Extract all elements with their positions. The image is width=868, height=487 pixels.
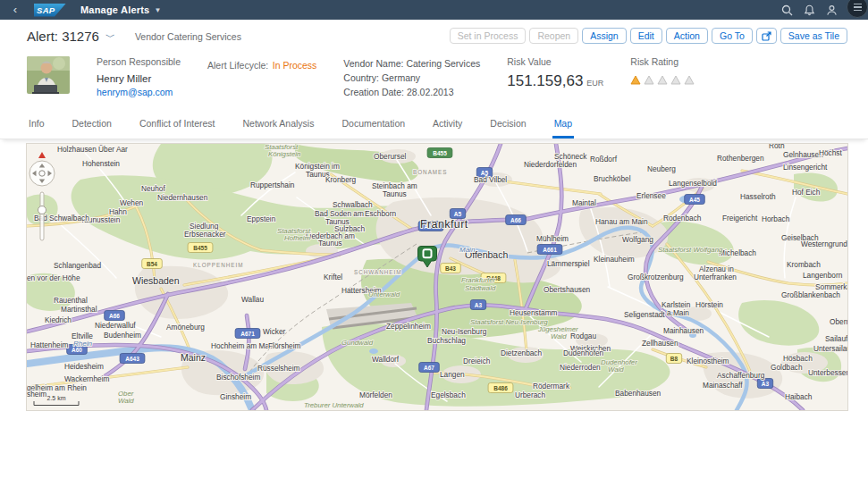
risk-value-label: Risk Value — [507, 56, 603, 67]
tab-info[interactable]: Info — [27, 112, 46, 139]
map-label: Bad Vilbel — [474, 175, 507, 184]
svg-text:B43: B43 — [445, 265, 456, 272]
map-label: Rüsselsheim — [257, 364, 300, 373]
map-label: Michelbach — [719, 248, 756, 257]
map-label: Rothenbergen — [717, 154, 764, 163]
map-label: Buchschlag — [427, 336, 466, 345]
tab-documentation[interactable]: Documentation — [340, 112, 407, 139]
map-label: Mainz — [181, 352, 206, 363]
map-label: Kleinauheim — [594, 255, 635, 264]
action-button[interactable]: Action — [666, 28, 708, 44]
map-label: Hasselroth — [740, 192, 776, 201]
go-to-button[interactable]: Go To — [712, 28, 753, 44]
tab-decision[interactable]: Decision — [488, 112, 527, 139]
map-label: Unterfranken — [694, 273, 737, 281]
map-label: Niederroden — [560, 363, 601, 372]
route-shield: A671 — [235, 329, 260, 339]
map-label: Ruppertshain — [250, 181, 295, 189]
map-label: Hochheim am Main — [211, 341, 275, 350]
lifecycle-label: Alert Lifecycle: — [207, 60, 268, 71]
bell-icon[interactable] — [804, 4, 815, 16]
map-label: Erlensee — [636, 191, 666, 200]
tab-network-analysis[interactable]: Network Analysis — [241, 112, 316, 139]
map-label: Dietzenbach — [501, 348, 543, 357]
map-label: Bruchköbel — [594, 174, 631, 183]
facet-risk-value: Risk Value 151.159,63EUR — [507, 56, 603, 90]
map-container: A5A5A3A3A66A66A45A661A648A67A60A671A643B… — [27, 144, 847, 410]
map-label: Linsengericht — [783, 163, 828, 172]
route-shield: A66 — [105, 311, 125, 321]
map-label: Mörfelden — [359, 390, 392, 399]
tab-map[interactable]: Map — [552, 112, 574, 139]
map-label: Wicker — [263, 327, 286, 336]
map-label: Zeppelinheim — [386, 322, 431, 331]
creation-date-value: 28.02.2013 — [407, 87, 454, 97]
app-title-caret-icon[interactable]: ▼ — [154, 6, 161, 14]
sap-logo[interactable]: SAP — [34, 4, 66, 17]
facet-person-responsible: Person Responsible Henry Miller henrym@s… — [97, 56, 181, 97]
edit-button[interactable]: Edit — [630, 28, 662, 44]
person-icon[interactable] — [826, 4, 838, 16]
map-label: Oberursel — [374, 152, 407, 161]
map-label: Hof Eich — [792, 188, 821, 197]
assign-button[interactable]: Assign — [582, 28, 627, 44]
map-label: Freigericht — [722, 214, 758, 223]
map-label: Bischofsheim — [216, 373, 260, 382]
map-label: Mainhausen — [663, 326, 704, 335]
map-label: Erbsenacker — [184, 230, 226, 239]
svg-text:A643: A643 — [125, 356, 139, 362]
route-shield: A45 — [685, 195, 705, 205]
user-avatar-menu[interactable] — [847, 0, 868, 18]
svg-text:A5: A5 — [454, 211, 462, 217]
title-expand-chevron-icon[interactable]: ﹀ — [105, 30, 115, 44]
shell-bar: ‹ SAP Manage Alerts ▼ — [0, 0, 868, 20]
save-as-tile-button[interactable]: Save as Tile — [780, 28, 847, 44]
map-label: Kronberg — [325, 175, 357, 184]
tab-detection[interactable]: Detection — [71, 112, 114, 139]
person-email-link[interactable]: henrym@sap.com — [97, 87, 181, 97]
map-label: Niederdorfelden — [524, 160, 577, 169]
map-label: Eschborn — [365, 209, 396, 218]
app-title[interactable]: Manage Alerts — [80, 4, 149, 15]
map-label: Horbach — [762, 214, 790, 223]
map-label: Staatsforst Neu-Isenburg — [470, 318, 548, 326]
share-button[interactable] — [756, 28, 777, 44]
map-label: Eppstein — [247, 214, 276, 223]
object-header-title-row: Alert: 31276 ﹀ Vendor Catering Services … — [0, 20, 868, 47]
country-label: Country: — [343, 72, 379, 83]
map-label: KLOPPENHEIM — [193, 262, 244, 268]
svg-text:A3: A3 — [475, 302, 483, 308]
map-label: Staatsforst Wolfgang — [658, 246, 723, 254]
warning-triangle-icon — [630, 75, 641, 85]
map-label: Rodenbach — [663, 214, 702, 223]
reopen-button[interactable]: Reopen — [529, 28, 578, 44]
zoom-slider-handle[interactable] — [38, 206, 46, 214]
person-responsible-label: Person Responsible — [97, 56, 181, 67]
map-label: Maintal — [572, 198, 596, 207]
tab-activity[interactable]: Activity — [431, 112, 464, 139]
country-value: Germany — [382, 72, 420, 83]
risk-rating-label: Risk Rating — [630, 56, 695, 67]
tab-bar: InfoDetectionConflict of InterestNetwork… — [0, 112, 868, 139]
tab-conflict-of-interest[interactable]: Conflict of Interest — [138, 112, 217, 139]
map-label: sheim — [27, 390, 46, 399]
map-label: Zellhausen — [642, 339, 678, 348]
map-label: Unterbessenbach — [808, 368, 847, 377]
risk-value-currency: EUR — [586, 79, 603, 88]
svg-text:A45: A45 — [689, 197, 700, 203]
map-label: Schöneck — [554, 152, 587, 161]
map-label: Untersailauf — [813, 344, 847, 353]
map-canvas[interactable]: A5A5A3A3A66A66A45A661A648A67A60A671A643B… — [27, 144, 847, 410]
map-label: Frankfurter — [461, 276, 496, 284]
back-button[interactable]: ‹ — [5, 0, 25, 20]
map-label: Hörstein — [695, 300, 723, 309]
risk-rating-icons — [630, 75, 695, 85]
route-shield: A661 — [537, 245, 562, 255]
map-label: Großkrotzenburg — [628, 273, 684, 281]
facet-alert-lifecycle: Alert Lifecycle: In Process — [207, 56, 316, 72]
svg-text:A66: A66 — [510, 217, 521, 223]
map-label: Stadtwald — [465, 284, 496, 292]
set-in-process-button[interactable]: Set in Process — [450, 28, 527, 44]
page-title: Alert: 31276 — [27, 29, 99, 44]
search-icon[interactable] — [781, 4, 793, 16]
